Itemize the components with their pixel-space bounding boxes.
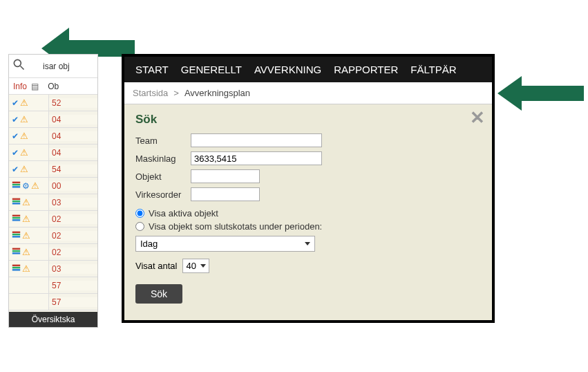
chevron-down-icon bbox=[200, 264, 206, 268]
col-header-info[interactable]: Info bbox=[13, 82, 27, 91]
top-nav: START GENERELLT AVVERKNING RAPPORTER FÄL… bbox=[124, 57, 492, 82]
search-pane: ✕ Sök Team Maskinlag Objekt Virkesorder … bbox=[124, 104, 492, 320]
sort-icon[interactable]: ▤ bbox=[31, 82, 39, 91]
table-row[interactable]: ⚠03 bbox=[9, 194, 97, 211]
row-value[interactable]: 57 bbox=[49, 297, 97, 307]
svg-rect-11 bbox=[12, 216, 20, 218]
svg-rect-15 bbox=[12, 236, 20, 237]
stack-icon bbox=[12, 180, 21, 192]
table-row[interactable]: ⚠02 bbox=[9, 227, 97, 244]
svg-line-3 bbox=[21, 66, 24, 70]
objekt-label: Objekt bbox=[135, 171, 191, 182]
warning-icon: ⚠ bbox=[22, 247, 30, 257]
object-list-panel: isar obj Info ▤ Ob ✔⚠52✔⚠04✔⚠04✔⚠04✔⚠54⚙… bbox=[8, 54, 98, 328]
row-icons: ✔⚠ bbox=[9, 111, 49, 127]
check-icon: ✔ bbox=[12, 115, 19, 124]
nav-avverkning[interactable]: AVVERKNING bbox=[254, 64, 321, 75]
check-icon: ✔ bbox=[12, 98, 19, 108]
table-row[interactable]: ✔⚠04 bbox=[9, 145, 97, 161]
period-selected-value: Idag bbox=[140, 239, 158, 249]
check-icon: ✔ bbox=[12, 165, 19, 174]
warning-icon: ⚠ bbox=[22, 230, 30, 241]
close-icon[interactable]: ✕ bbox=[470, 107, 485, 129]
check-icon: ✔ bbox=[12, 131, 19, 141]
check-icon: ✔ bbox=[12, 148, 19, 158]
count-select[interactable]: 40 bbox=[182, 259, 209, 273]
radio-active-label: Visa aktiva objekt bbox=[149, 208, 218, 218]
table-row[interactable]: ✔⚠04 bbox=[9, 128, 97, 145]
row-value[interactable]: 02 bbox=[49, 231, 97, 241]
svg-rect-12 bbox=[12, 219, 20, 221]
objekt-input[interactable] bbox=[191, 169, 260, 183]
stack-icon bbox=[12, 247, 21, 258]
virkesorder-label: Virkesorder bbox=[135, 189, 191, 200]
row-icons: ✔⚠ bbox=[9, 95, 49, 111]
row-value[interactable]: 52 bbox=[49, 98, 97, 108]
nav-generellt[interactable]: GENERELLT bbox=[181, 64, 242, 75]
row-value[interactable]: 04 bbox=[49, 115, 97, 124]
row-icons bbox=[9, 277, 49, 293]
svg-rect-14 bbox=[12, 233, 20, 234]
search-icon[interactable] bbox=[12, 57, 26, 75]
row-icons: ⚠ bbox=[9, 227, 49, 243]
row-value[interactable]: 00 bbox=[49, 181, 97, 191]
row-value[interactable]: 02 bbox=[49, 248, 97, 257]
svg-rect-9 bbox=[12, 203, 20, 204]
gear-icon: ⚙ bbox=[22, 181, 30, 191]
row-value[interactable]: 54 bbox=[49, 165, 97, 174]
table-row[interactable]: ✔⚠04 bbox=[9, 111, 97, 128]
maskinlag-label: Maskinlag bbox=[135, 154, 191, 164]
radio-period-objects[interactable] bbox=[135, 222, 144, 231]
row-icons: ⚠ bbox=[9, 194, 49, 210]
breadcrumb-separator: > bbox=[173, 88, 179, 98]
row-value[interactable]: 03 bbox=[49, 198, 97, 207]
row-value[interactable]: 04 bbox=[49, 131, 97, 141]
row-icons: ⚠ bbox=[9, 261, 49, 277]
overview-map-button[interactable]: Översiktska bbox=[9, 312, 97, 327]
svg-rect-5 bbox=[12, 183, 20, 185]
svg-rect-21 bbox=[12, 269, 20, 270]
svg-rect-18 bbox=[12, 252, 20, 254]
svg-marker-1 bbox=[497, 76, 584, 111]
table-row[interactable]: ✔⚠54 bbox=[9, 161, 97, 178]
svg-rect-20 bbox=[12, 266, 20, 268]
svg-rect-7 bbox=[12, 198, 20, 199]
row-value[interactable]: 02 bbox=[49, 214, 97, 224]
period-select[interactable]: Idag bbox=[135, 236, 315, 252]
row-icons: ✔⚠ bbox=[9, 145, 49, 160]
svg-rect-13 bbox=[12, 231, 20, 232]
chevron-down-icon bbox=[305, 242, 310, 245]
table-row[interactable]: 57 bbox=[9, 294, 97, 310]
table-row[interactable]: ⚠03 bbox=[9, 261, 97, 277]
table-row[interactable]: ✔⚠52 bbox=[9, 95, 97, 111]
search-button[interactable]: Sök bbox=[135, 284, 182, 304]
maskinlag-input[interactable] bbox=[191, 151, 322, 165]
row-value[interactable]: 04 bbox=[49, 148, 97, 158]
row-icons: ⚙⚠ bbox=[9, 178, 49, 194]
svg-rect-17 bbox=[12, 250, 20, 251]
svg-rect-16 bbox=[12, 248, 20, 249]
nav-rapporter[interactable]: RAPPORTER bbox=[334, 64, 398, 75]
count-value: 40 bbox=[186, 261, 196, 271]
table-row[interactable]: ⚙⚠00 bbox=[9, 178, 97, 194]
virkesorder-input[interactable] bbox=[191, 187, 260, 201]
breadcrumb-current: Avverkningsplan bbox=[184, 88, 250, 98]
row-value[interactable]: 03 bbox=[49, 264, 97, 274]
breadcrumb-start[interactable]: Startsida bbox=[133, 88, 168, 98]
svg-rect-6 bbox=[12, 186, 20, 187]
team-input[interactable] bbox=[191, 133, 322, 147]
table-row[interactable]: ⚠02 bbox=[9, 244, 97, 261]
panel-header-text: isar obj bbox=[43, 62, 70, 71]
col-header-obj[interactable]: Ob bbox=[48, 82, 59, 91]
table-row[interactable]: ⚠02 bbox=[9, 211, 97, 227]
warning-icon: ⚠ bbox=[22, 197, 30, 207]
radio-active-objects[interactable] bbox=[135, 209, 144, 218]
row-value[interactable]: 57 bbox=[49, 281, 97, 290]
nav-faltpar[interactable]: FÄLTPÄR bbox=[410, 64, 456, 75]
list-header-row[interactable]: Info ▤ Ob bbox=[9, 78, 97, 95]
warning-icon: ⚠ bbox=[22, 263, 30, 274]
nav-start[interactable]: START bbox=[135, 64, 169, 75]
table-row[interactable]: 57 bbox=[9, 277, 97, 294]
search-modal: START GENERELLT AVVERKNING RAPPORTER FÄL… bbox=[122, 54, 495, 323]
stack-icon bbox=[12, 197, 21, 208]
